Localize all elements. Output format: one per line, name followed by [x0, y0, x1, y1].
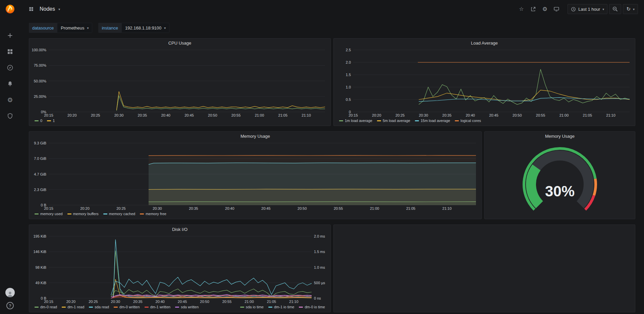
dashboards-button[interactable] — [0, 44, 20, 59]
refresh-icon[interactable]: ↻ — [626, 6, 631, 12]
legend-item[interactable]: dm-1 written — [145, 305, 171, 309]
svg-text:50.00%: 50.00% — [34, 79, 47, 83]
svg-text:75.00%: 75.00% — [34, 63, 47, 67]
svg-text:2.0: 2.0 — [346, 60, 351, 64]
legend-item[interactable]: sda io time — [240, 305, 264, 309]
legend-item[interactable]: 1 — [47, 119, 55, 123]
chart-svg: 0%25.00%50.00%75.00%100.00%20:1520:2020:… — [29, 47, 330, 118]
legend-item[interactable]: dm-1 read — [62, 305, 84, 309]
svg-text:21:05: 21:05 — [278, 113, 288, 117]
grafana-logo[interactable] — [5, 0, 15, 18]
dashboard-settings-button[interactable]: ⚙ — [540, 4, 550, 14]
variable-value-dropdown[interactable]: 192.168.1.18:9100 ▾ — [121, 23, 169, 33]
svg-text:20:20: 20:20 — [67, 113, 77, 117]
svg-text:20:50: 20:50 — [200, 300, 209, 304]
legend-item[interactable]: memory buffers — [67, 212, 99, 216]
svg-text:20:40: 20:40 — [225, 206, 234, 210]
dashboard-row: CPU Usage 0%25.00%50.00%75.00%100.00%20:… — [29, 38, 635, 126]
legend-swatch — [35, 213, 39, 214]
refresh-interval-dropdown[interactable]: ▾ — [633, 7, 635, 11]
alerting-button[interactable] — [0, 76, 20, 91]
svg-text:20:45: 20:45 — [184, 113, 194, 117]
legend-item[interactable]: memory free — [140, 212, 166, 216]
sidebar-menu: ⚙ — [0, 28, 20, 123]
variable-datasource: datasource Prometheus ▾ — [29, 23, 92, 33]
dashboard-title[interactable]: Nodes — [40, 6, 55, 12]
disk-space-usage-chart[interactable] — [334, 234, 635, 304]
chevron-down-icon: ▾ — [164, 26, 166, 30]
panel-title[interactable]: Memory Usage — [485, 132, 635, 140]
user-avatar[interactable] — [5, 288, 15, 297]
svg-text:2.3 GiB: 2.3 GiB — [34, 188, 46, 192]
svg-text:0.5: 0.5 — [346, 98, 351, 102]
load-average-chart[interactable]: 00.51.01.52.02.520:1520:2020:2520:3020:3… — [334, 47, 635, 118]
panel-disk-space-usage — [333, 225, 635, 312]
svg-text:2.5: 2.5 — [346, 48, 351, 52]
svg-text:2.0 ms: 2.0 ms — [314, 234, 325, 238]
legend-item[interactable]: dm-0 io time — [299, 305, 325, 309]
svg-text:1.5: 1.5 — [346, 73, 351, 77]
legend-item[interactable]: sda read — [89, 305, 109, 309]
sidebar: ⚙ ? — [0, 0, 20, 314]
legend-item[interactable]: 5m load average — [377, 119, 410, 123]
server-admin-button[interactable] — [0, 109, 20, 123]
svg-text:9.3 GiB: 9.3 GiB — [34, 141, 46, 145]
load-average-legend: 1m load average5m load average15m load a… — [334, 118, 635, 126]
legend-item[interactable]: dm-0 read — [35, 305, 57, 309]
panel-title[interactable]: Memory Usage — [29, 132, 481, 140]
panel-title[interactable] — [334, 225, 635, 234]
legend-swatch — [240, 307, 244, 308]
svg-text:20:50: 20:50 — [298, 206, 307, 210]
create-button[interactable] — [0, 28, 20, 43]
zoom-out-button[interactable] — [609, 4, 621, 14]
chevron-down-icon[interactable]: ▾ — [58, 7, 60, 11]
legend-item[interactable]: sda written — [175, 305, 199, 309]
dashboard-grid: CPU Usage 0%25.00%50.00%75.00%100.00%20:… — [20, 33, 644, 314]
legend-item[interactable]: logical cores — [455, 119, 481, 123]
bell-icon — [7, 80, 13, 87]
dashboard-picker-button[interactable] — [26, 4, 36, 14]
memory-usage-chart[interactable]: 0 B2.3 GiB4.7 GiB7.0 GiB9.3 GiB20:1520:2… — [29, 140, 481, 211]
time-range-label: Last 1 hour — [578, 7, 600, 12]
cycle-view-button[interactable] — [551, 4, 561, 14]
star-icon: ☆ — [519, 6, 524, 12]
legend-swatch — [103, 213, 107, 214]
legend-item[interactable]: memory used — [35, 212, 63, 216]
svg-text:20:30: 20:30 — [111, 300, 120, 304]
explore-button[interactable] — [0, 60, 20, 75]
cpu-usage-chart[interactable]: 0%25.00%50.00%75.00%100.00%20:1520:2020:… — [29, 47, 330, 118]
legend-item[interactable]: 1m load average — [339, 119, 372, 123]
legend-swatch — [299, 307, 303, 308]
main-area: Nodes ▾ ☆ ⚙ Last 1 hour ▾ — [20, 0, 644, 314]
panel-disk-io: Disk I/O 0 B49 KiB98 KiB146 KiB195 KiB0 … — [29, 225, 331, 312]
legend-item[interactable]: dm-0 written — [114, 305, 140, 309]
legend-item[interactable]: 0 — [35, 119, 42, 123]
svg-text:21:05: 21:05 — [583, 113, 592, 117]
help-button[interactable]: ? — [6, 302, 14, 309]
svg-text:21:10: 21:10 — [302, 113, 311, 117]
shield-icon — [7, 113, 13, 119]
svg-text:195 KiB: 195 KiB — [33, 234, 46, 238]
svg-text:500 µs: 500 µs — [314, 281, 325, 285]
variable-value-dropdown[interactable]: Prometheus ▾ — [57, 23, 92, 33]
compass-icon — [7, 64, 13, 71]
svg-text:20:35: 20:35 — [133, 300, 143, 304]
chart-svg: 0 B2.3 GiB4.7 GiB7.0 GiB9.3 GiB20:1520:2… — [29, 140, 481, 211]
panel-title[interactable]: Disk I/O — [29, 225, 330, 234]
legend-item[interactable]: 15m load average — [415, 119, 450, 123]
svg-text:1.0 ms: 1.0 ms — [314, 265, 325, 269]
legend-item[interactable]: memory cached — [103, 212, 135, 216]
svg-text:20:40: 20:40 — [466, 113, 475, 117]
legend-swatch — [175, 307, 179, 308]
disk-io-chart[interactable]: 0 B49 KiB98 KiB146 KiB195 KiB0 ns500 µs1… — [29, 234, 330, 304]
time-range-picker[interactable]: Last 1 hour ▾ — [568, 4, 607, 14]
panel-title[interactable]: Load Average — [334, 39, 635, 47]
share-button[interactable] — [528, 4, 538, 14]
memory-usage-gauge[interactable]: 30% — [485, 140, 635, 219]
dashboard-row: Memory Usage 0 B2.3 GiB4.7 GiB7.0 GiB9.3… — [29, 131, 635, 219]
svg-text:21:05: 21:05 — [267, 300, 276, 304]
panel-title[interactable]: CPU Usage — [29, 39, 330, 47]
star-button[interactable]: ☆ — [516, 4, 526, 14]
configuration-button[interactable]: ⚙ — [0, 92, 20, 107]
legend-item[interactable]: dm-1 io time — [268, 305, 294, 309]
